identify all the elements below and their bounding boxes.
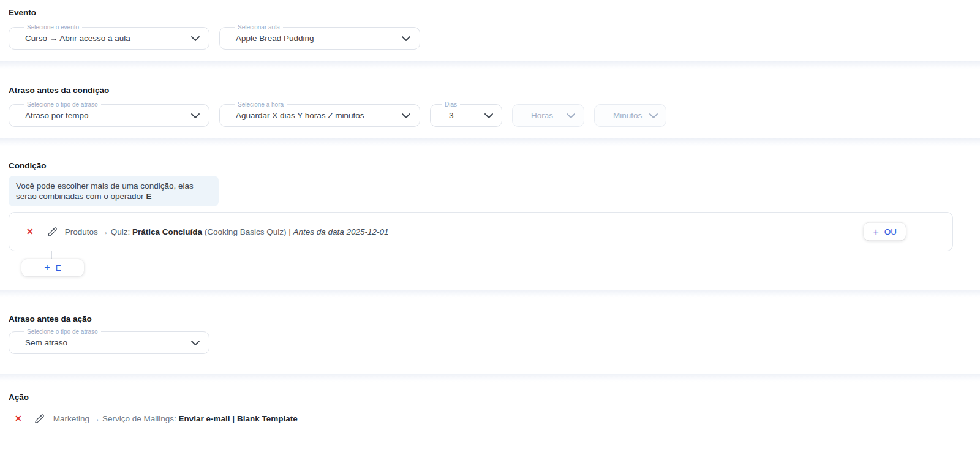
field-label: Selecione a hora (235, 101, 287, 108)
field-value: 3 (449, 111, 454, 120)
chevron-down-icon (402, 36, 410, 41)
field-label: Selecione o evento (24, 24, 82, 31)
chevron-down-icon (191, 113, 200, 118)
evento-fields-row: Selecione o evento Curso → Abrir acesso … (9, 27, 971, 50)
bottom-dotted-divider (0, 432, 980, 432)
section-evento: Evento Selecione o evento Curso → Abrir … (0, 0, 980, 61)
condition-info-text: Você pode escolher mais de uma condição,… (16, 181, 194, 201)
select-dias[interactable]: Dias 3 (430, 104, 502, 127)
delete-action-icon[interactable]: ✕ (15, 414, 22, 423)
edit-action-icon[interactable] (34, 413, 45, 424)
select-aula[interactable]: Selecionar aula Apple Bread Pudding (219, 27, 420, 50)
condition-info-operator: E (146, 192, 151, 201)
section-condicao: Condição Você pode escolher mais de uma … (0, 146, 980, 290)
plus-icon: + (873, 227, 878, 236)
section-title-condicao: Condição (9, 161, 971, 171)
field-label: Selecione o tipo de atraso (24, 328, 101, 335)
or-button-label: OU (884, 227, 897, 236)
edit-condition-icon[interactable] (47, 227, 58, 237)
and-button-label: E (56, 263, 61, 273)
section-atraso-acao: Atraso antes da ação Selecione o tipo de… (0, 298, 980, 374)
condition-description: Produtos → Quiz: Prática Concluída (Cook… (65, 227, 389, 236)
field-value: Sem atraso (25, 338, 67, 347)
select-evento[interactable]: Selecione o evento Curso → Abrir acesso … (9, 27, 209, 50)
action-row: ✕ Marketing → Serviço de Mailings: Envia… (9, 411, 980, 426)
action-name: Enviar e-mail | Blank Template (179, 414, 298, 423)
field-value: Curso → Abrir acesso à aula (25, 34, 130, 43)
section-title-atraso-condicao: Atraso antes da condição (9, 86, 971, 96)
add-and-condition-button[interactable]: + E (21, 259, 84, 276)
field-label: Selecionar aula (235, 24, 283, 31)
section-divider (0, 374, 980, 382)
condition-connector-line (51, 251, 52, 259)
select-tipo-atraso-acao[interactable]: Selecione o tipo de atraso Sem atraso (9, 331, 209, 354)
atraso-acao-fields-row: Selecione o tipo de atraso Sem atraso (9, 331, 971, 354)
add-or-condition-button[interactable]: + OU (864, 223, 906, 241)
chevron-down-icon (191, 36, 200, 41)
action-description: Marketing → Serviço de Mailings: Enviar … (53, 414, 298, 423)
select-minutos[interactable]: Minutos (594, 104, 666, 127)
chevron-down-icon (402, 113, 410, 118)
section-divider (0, 138, 980, 146)
condition-detail: (Cooking Basics Quiz) (205, 227, 287, 236)
chevron-down-icon (567, 113, 575, 118)
field-placeholder: Minutos (613, 111, 642, 120)
section-title-evento: Evento (9, 8, 971, 18)
field-label: Selecione o tipo de atraso (24, 101, 101, 108)
chevron-down-icon (484, 113, 493, 118)
chevron-down-icon (191, 341, 200, 345)
condition-block: ✕ Produtos → Quiz: Prática Concluída (Co… (9, 212, 953, 276)
select-hora[interactable]: Selecione a hora Aguardar X dias Y horas… (219, 104, 420, 127)
section-atraso-condicao: Atraso antes da condição Selecione o tip… (0, 69, 980, 138)
section-divider (0, 61, 980, 69)
section-acao: Ação ✕ Marketing → Serviço de Mailings: … (0, 382, 980, 432)
field-value: Apple Bread Pudding (236, 34, 314, 43)
chevron-down-icon (649, 113, 658, 118)
atraso-condicao-fields-row: Selecione o tipo de atraso Atraso por te… (9, 104, 971, 127)
condition-row: ✕ Produtos → Quiz: Prática Concluída (Co… (9, 212, 953, 251)
field-placeholder: Horas (531, 111, 553, 120)
section-title-acao: Ação (0, 393, 980, 402)
condition-separator: | (288, 227, 291, 236)
condition-info-box: Você pode escolher mais de uma condição,… (9, 176, 219, 206)
section-title-atraso-acao: Atraso antes da ação (9, 314, 971, 324)
select-horas[interactable]: Horas (512, 104, 584, 127)
condition-criteria: Antes da data 2025-12-01 (293, 227, 388, 236)
field-value: Aguardar X dias Y horas Z minutos (236, 111, 364, 120)
action-prefix: Marketing → Serviço de Mailings: (53, 414, 176, 423)
condition-name: Prática Concluída (132, 227, 202, 236)
section-divider (0, 290, 980, 298)
field-value: Atraso por tempo (25, 111, 89, 120)
condition-prefix: Produtos → Quiz: (65, 227, 130, 236)
plus-icon: + (44, 263, 50, 273)
delete-condition-icon[interactable]: ✕ (26, 227, 34, 236)
field-label: Dias (442, 101, 460, 108)
select-tipo-atraso-condicao[interactable]: Selecione o tipo de atraso Atraso por te… (9, 104, 209, 127)
